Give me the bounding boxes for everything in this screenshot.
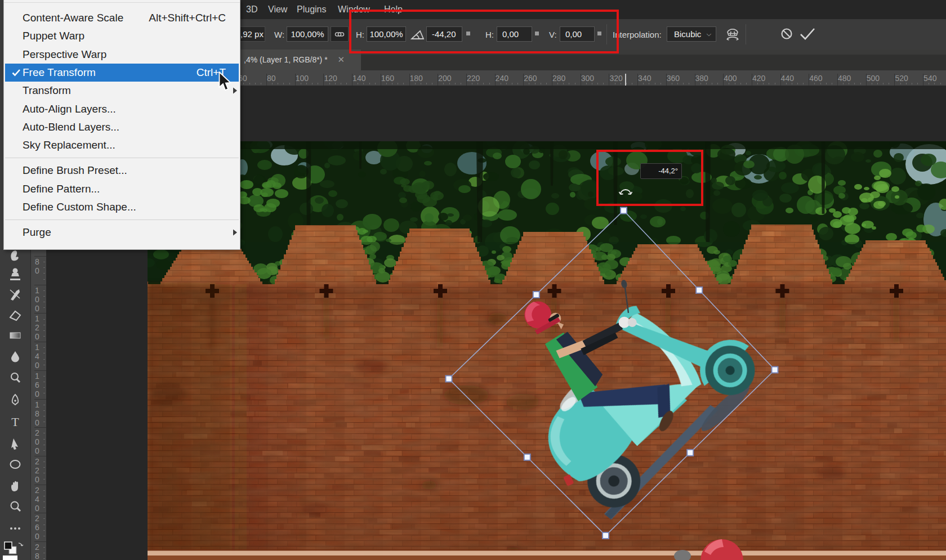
svg-text:T: T	[11, 415, 19, 429]
